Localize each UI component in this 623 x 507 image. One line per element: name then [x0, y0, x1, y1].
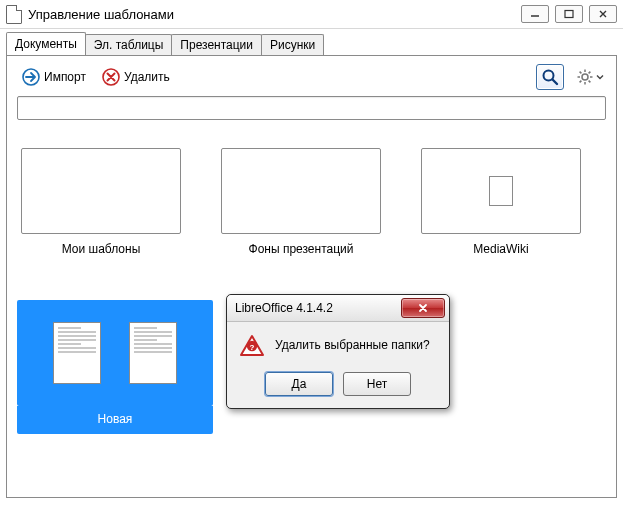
svg-line-14	[580, 81, 582, 83]
minimize-button[interactable]	[521, 5, 549, 23]
svg-line-5	[553, 80, 558, 85]
button-label: Нет	[367, 377, 387, 391]
svg-line-12	[589, 81, 591, 83]
search-icon	[541, 68, 559, 86]
tab-panel: Импорт Удалить Мои шаблоны	[6, 55, 617, 498]
maximize-button[interactable]	[555, 5, 583, 23]
titlebar: Управление шаблонами	[0, 0, 623, 29]
page-icon	[489, 176, 513, 206]
delete-icon	[102, 68, 120, 86]
dialog-no-button[interactable]: Нет	[343, 372, 411, 396]
svg-point-6	[582, 74, 588, 80]
svg-rect-1	[565, 11, 573, 18]
dialog-button-row: Да Нет	[227, 366, 449, 408]
svg-text:?: ?	[250, 343, 255, 352]
folder-label: MediaWiki	[421, 242, 581, 256]
dialog-close-button[interactable]	[401, 298, 445, 318]
svg-line-11	[580, 72, 582, 74]
template-manager-window: { "window": { "title": "Управление шабло…	[0, 0, 623, 507]
dialog-yes-button[interactable]: Да	[265, 372, 333, 396]
close-icon	[416, 303, 430, 313]
document-icon	[6, 5, 22, 24]
dialog-titlebar[interactable]: LibreOffice 4.1.4.2	[227, 295, 449, 322]
delete-label: Удалить	[124, 70, 170, 84]
settings-menu-button[interactable]	[574, 66, 606, 88]
folder-label: Мои шаблоны	[21, 242, 181, 256]
svg-line-13	[589, 72, 591, 74]
folder-label: Фоны презентаций	[221, 242, 381, 256]
delete-button[interactable]: Удалить	[97, 65, 175, 89]
tab-label: Эл. таблицы	[94, 38, 163, 52]
window-controls	[521, 5, 617, 23]
tab-strip: Документы Эл. таблицы Презентации Рисунк…	[0, 31, 623, 55]
template-preview-icon	[53, 322, 101, 384]
minimize-icon	[529, 9, 541, 19]
folder-thumb	[421, 148, 581, 234]
dialog-body: ? Удалить выбранные папки?	[227, 322, 449, 366]
tab-label: Документы	[15, 37, 77, 51]
import-icon	[22, 68, 40, 86]
tab-drawings[interactable]: Рисунки	[261, 34, 324, 56]
folder-label: Новая	[17, 406, 213, 434]
close-icon	[597, 9, 609, 19]
folder-thumb	[221, 148, 381, 234]
gear-icon	[576, 68, 594, 86]
import-button[interactable]: Импорт	[17, 65, 91, 89]
folder-new-selected[interactable]: Новая	[17, 300, 213, 434]
import-label: Импорт	[44, 70, 86, 84]
tab-spreadsheets[interactable]: Эл. таблицы	[85, 34, 172, 56]
confirm-delete-dialog: LibreOffice 4.1.4.2 ? Удалить выбранные …	[226, 294, 450, 409]
toolbar: Импорт Удалить	[17, 64, 606, 90]
dialog-message: Удалить выбранные папки?	[275, 334, 430, 352]
tab-label: Рисунки	[270, 38, 315, 52]
close-button[interactable]	[589, 5, 617, 23]
folder-mediawiki[interactable]: MediaWiki	[421, 148, 581, 256]
folder-thumb	[21, 148, 181, 234]
tab-documents[interactable]: Документы	[6, 32, 86, 55]
warning-icon: ?	[239, 334, 265, 360]
filter-input[interactable]	[17, 96, 606, 120]
button-label: Да	[292, 377, 307, 391]
maximize-icon	[563, 9, 575, 19]
tab-presentations[interactable]: Презентации	[171, 34, 262, 56]
folder-grid-row1: Мои шаблоны Фоны презентаций MediaWiki	[17, 148, 606, 256]
dropdown-caret-icon	[596, 73, 604, 81]
folder-presentation-backgrounds[interactable]: Фоны презентаций	[221, 148, 381, 256]
dialog-title: LibreOffice 4.1.4.2	[231, 301, 401, 315]
template-preview-icon	[129, 322, 177, 384]
search-button[interactable]	[536, 64, 564, 90]
tab-label: Презентации	[180, 38, 253, 52]
folder-thumb-selected	[17, 300, 213, 406]
window-title: Управление шаблонами	[28, 7, 521, 22]
folder-my-templates[interactable]: Мои шаблоны	[21, 148, 181, 256]
